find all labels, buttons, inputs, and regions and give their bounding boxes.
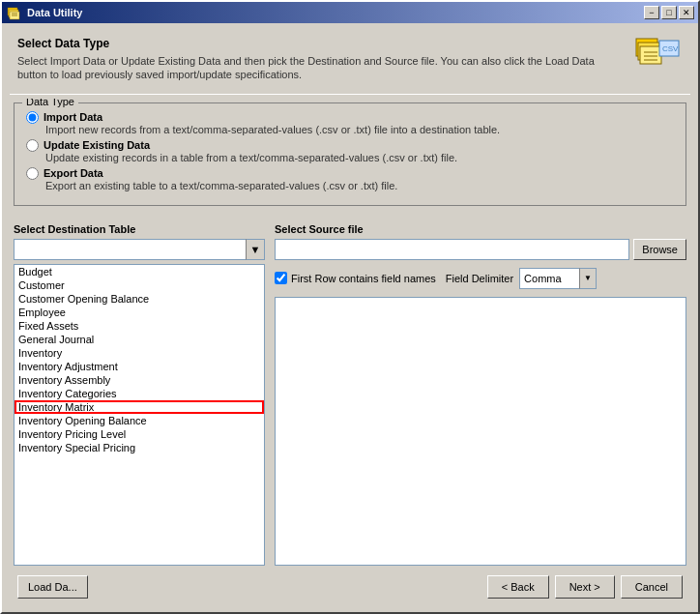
export-data-radio[interactable] xyxy=(26,167,39,180)
list-item[interactable]: Customer Opening Balance xyxy=(15,292,264,306)
first-row-checkbox-label[interactable]: First Row contains field names xyxy=(275,272,436,284)
import-data-description: Import new records from a text/comma-sep… xyxy=(45,124,674,135)
first-row-checkbox[interactable] xyxy=(275,272,287,284)
nav-buttons: < Back Next > Cancel xyxy=(487,575,683,599)
options-row: First Row contains field names Field Del… xyxy=(275,268,686,289)
import-data-option: Import Data Import new records from a te… xyxy=(26,111,674,135)
list-item[interactable]: Inventory Adjustment xyxy=(15,360,264,373)
list-item[interactable]: Customer xyxy=(15,278,264,292)
update-data-radio[interactable] xyxy=(26,139,39,152)
header-description: Select Import Data or Update Existing Da… xyxy=(17,54,625,82)
export-data-description: Export an existing table to a text/comma… xyxy=(45,180,674,191)
source-file-input[interactable] xyxy=(275,239,629,260)
maximize-button[interactable]: □ xyxy=(661,6,677,19)
import-data-label[interactable]: Import Data xyxy=(26,111,674,124)
minimize-button[interactable]: − xyxy=(644,6,659,19)
source-file-row: Browse xyxy=(275,239,686,260)
title-bar: Data Utility − □ ✕ xyxy=(2,2,698,23)
export-data-label[interactable]: Export Data xyxy=(26,167,674,180)
close-button[interactable]: ✕ xyxy=(679,6,694,19)
list-item[interactable]: Inventory Matrix xyxy=(15,400,264,414)
destination-dropdown-container[interactable]: ▼ xyxy=(14,239,265,260)
main-window: Data Utility − □ ✕ Select Data Type Sele… xyxy=(0,0,700,614)
delimiter-select-container[interactable]: Comma Tab Semicolon Space ▼ xyxy=(519,268,597,289)
back-button[interactable]: < Back xyxy=(487,575,549,599)
first-row-label-text: First Row contains field names xyxy=(291,273,436,284)
export-data-option: Export Data Export an existing table to … xyxy=(26,167,674,191)
destination-listbox[interactable]: BudgetCustomerCustomer Opening BalanceEm… xyxy=(14,264,265,566)
main-area: Data Type Import Data Import new records… xyxy=(10,99,690,570)
svg-text:CSV: CSV xyxy=(662,44,679,53)
delimiter-section: Field Delimiter Comma Tab Semicolon Spac… xyxy=(446,268,597,289)
import-data-radio[interactable] xyxy=(26,111,39,124)
app-icon xyxy=(6,5,21,20)
destination-dropdown[interactable] xyxy=(14,239,265,260)
text-area-box xyxy=(275,297,686,566)
list-item[interactable]: Inventory Pricing Level xyxy=(15,427,264,441)
cancel-button[interactable]: Cancel xyxy=(621,575,683,599)
svg-rect-7 xyxy=(640,46,661,64)
list-item[interactable]: Employee xyxy=(15,306,264,319)
bottom-bar: Load Da... < Back Next > Cancel xyxy=(10,570,690,604)
group-legend: Data Type xyxy=(22,99,78,107)
update-data-option: Update Existing Data Update existing rec… xyxy=(26,139,674,163)
destination-table-label: Select Destination Table xyxy=(14,223,265,235)
window-title: Data Utility xyxy=(27,7,82,18)
load-data-button[interactable]: Load Da... xyxy=(17,575,88,599)
page-title: Select Data Type xyxy=(17,37,625,50)
bottom-section: Select Destination Table ▼ BudgetCustome… xyxy=(14,223,686,566)
update-data-text: Update Existing Data xyxy=(44,139,150,151)
list-item[interactable]: General Journal xyxy=(15,333,264,346)
list-item[interactable]: Budget xyxy=(15,265,264,278)
browse-button[interactable]: Browse xyxy=(633,239,686,260)
header-section: Select Data Type Select Import Data or U… xyxy=(10,31,690,90)
import-data-text: Import Data xyxy=(44,111,102,123)
window-content: Select Data Type Select Import Data or U… xyxy=(2,23,698,612)
left-panel: Select Destination Table ▼ BudgetCustome… xyxy=(14,223,265,566)
header-icon: CSV xyxy=(634,37,683,75)
list-item[interactable]: Fixed Assets xyxy=(15,319,264,333)
export-data-text: Export Data xyxy=(44,167,103,179)
right-panel: Select Source file Browse First Row cont… xyxy=(275,223,686,566)
list-item[interactable]: Inventory Special Pricing xyxy=(15,441,264,454)
next-button[interactable]: Next > xyxy=(555,575,615,599)
delimiter-label: Field Delimiter xyxy=(446,273,513,284)
list-item[interactable]: Inventory xyxy=(15,346,264,360)
source-file-label: Select Source file xyxy=(275,223,686,235)
update-data-label[interactable]: Update Existing Data xyxy=(26,139,674,152)
data-type-group: Data Type Import Data Import new records… xyxy=(14,102,686,206)
delimiter-select[interactable]: Comma Tab Semicolon Space xyxy=(519,268,597,289)
update-data-description: Update existing records in a table from … xyxy=(45,152,674,163)
list-item[interactable]: Inventory Categories xyxy=(15,387,264,400)
list-item[interactable]: Inventory Assembly xyxy=(15,373,264,387)
list-item[interactable]: Inventory Opening Balance xyxy=(15,414,264,427)
divider xyxy=(10,94,690,95)
